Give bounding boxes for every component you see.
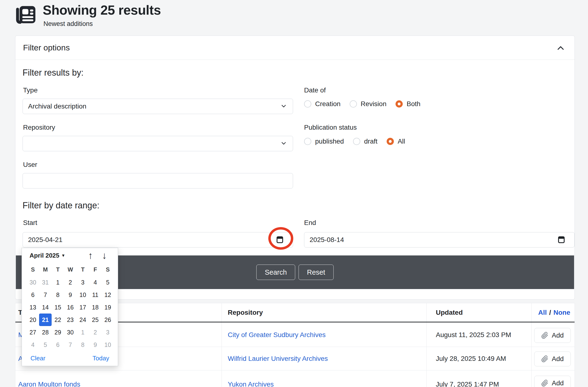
end-date-calendar-icon[interactable] [557, 235, 566, 245]
filter-panel-header[interactable]: Filter options [15, 36, 575, 60]
user-input[interactable] [22, 173, 293, 189]
calendar-day[interactable]: 17 [77, 301, 89, 314]
calendar-day[interactable]: 25 [89, 314, 102, 326]
calendar-day[interactable]: 4 [89, 276, 102, 289]
next-month-arrow-icon[interactable]: ↓ [102, 250, 107, 261]
table-row: Aaron Moulton fonds Yukon Archives July … [15, 370, 575, 387]
calendar-day[interactable]: 4 [27, 339, 39, 351]
calendar-day[interactable]: 22 [52, 314, 64, 326]
calendar-day[interactable]: 7 [39, 289, 52, 301]
calendar-day[interactable]: 19 [102, 301, 114, 314]
row-repository-link[interactable]: Wilfrid Laurier University Archives [228, 355, 328, 363]
calendar-day[interactable]: 27 [27, 326, 39, 339]
calendar-weekday: W [64, 266, 77, 273]
date-picker-popup: April 2025▼ ↑ ↓ SMTWTFS 3031123456789101… [21, 248, 118, 366]
publication-status-label: Publication status [304, 124, 357, 131]
newspaper-icon [14, 3, 37, 26]
calendar-day[interactable]: 5 [39, 339, 52, 351]
calendar-day[interactable]: 20 [27, 314, 39, 326]
radio-both-label: Both [407, 100, 420, 108]
calendar-month-label: April 2025 [29, 252, 59, 259]
calendar-day[interactable]: 12 [102, 289, 114, 301]
previous-month-arrow-icon[interactable]: ↑ [88, 250, 93, 261]
filter-results-heading: Filter results by: [22, 68, 84, 78]
radio-both[interactable]: Both [396, 100, 420, 108]
calendar-day[interactable]: 10 [102, 339, 114, 351]
calendar-day[interactable]: 30 [64, 326, 77, 339]
calendar-day[interactable]: 11 [89, 289, 102, 301]
radio-all[interactable]: All [387, 138, 405, 145]
radio-revision[interactable]: Revision [350, 100, 386, 108]
calendar-day[interactable]: 6 [27, 289, 39, 301]
calendar-day[interactable]: 1 [77, 326, 89, 339]
chevron-up-icon[interactable] [555, 43, 566, 54]
calendar-day[interactable]: 29 [52, 326, 64, 339]
repository-select[interactable] [22, 136, 293, 151]
calendar-day[interactable]: 6 [52, 339, 64, 351]
calendar-day-selected[interactable]: 21 [39, 314, 52, 326]
radio-published-circle[interactable] [304, 138, 311, 145]
calendar-day[interactable]: 15 [52, 301, 64, 314]
chevron-down-icon [280, 102, 288, 111]
filter-panel-title: Filter options [23, 43, 70, 52]
radio-creation-label: Creation [315, 100, 340, 108]
calendar-day[interactable]: 9 [89, 339, 102, 351]
calendar-day[interactable]: 3 [102, 326, 114, 339]
end-date-value: 2025-08-14 [310, 236, 344, 244]
calendar-day[interactable]: 10 [77, 289, 89, 301]
radio-draft[interactable]: draft [353, 138, 378, 145]
start-date-input[interactable]: 2025-04-21 [22, 232, 293, 248]
chevron-down-icon [280, 139, 288, 148]
radio-draft-circle[interactable] [353, 138, 360, 145]
end-date-input[interactable]: 2025-08-14 [304, 232, 575, 248]
calendar-day[interactable]: 23 [64, 314, 77, 326]
calendar-day[interactable]: 5 [102, 276, 114, 289]
calendar-day[interactable]: 8 [77, 339, 89, 351]
calendar-weekday: F [89, 266, 102, 273]
radio-creation[interactable]: Creation [304, 100, 340, 108]
calendar-day[interactable]: 26 [102, 314, 114, 326]
calendar-day[interactable]: 28 [39, 326, 52, 339]
select-none-link[interactable]: None [553, 309, 570, 316]
calendar-day[interactable]: 18 [89, 301, 102, 314]
calendar-day[interactable]: 7 [64, 339, 77, 351]
calendar-day[interactable]: 24 [77, 314, 89, 326]
date-of-radio-group: Creation Revision Both [304, 100, 420, 108]
radio-published[interactable]: published [304, 138, 344, 145]
calendar-day[interactable]: 8 [52, 289, 64, 301]
radio-revision-circle[interactable] [350, 100, 357, 108]
type-select[interactable]: Archival description [22, 99, 293, 114]
paperclip-icon [541, 380, 548, 387]
calendar-day[interactable]: 1 [52, 276, 64, 289]
radio-both-circle-selected[interactable] [396, 100, 403, 108]
calendar-day[interactable]: 3 [77, 276, 89, 289]
radio-creation-circle[interactable] [304, 100, 311, 108]
row-repository-link[interactable]: Yukon Archives [228, 381, 273, 387]
start-date-label: Start [23, 219, 37, 227]
calendar-clear-link[interactable]: Clear [30, 355, 45, 362]
row-repository-link[interactable]: City of Greater Sudbury Archives [228, 331, 326, 339]
select-all-link[interactable]: All [538, 309, 547, 316]
radio-all-circle-selected[interactable] [387, 138, 394, 145]
calendar-day[interactable]: 13 [27, 301, 39, 314]
calendar-day[interactable]: 2 [89, 326, 102, 339]
add-to-clipboard-button[interactable]: Add [534, 376, 571, 387]
calendar-day[interactable]: 16 [64, 301, 77, 314]
row-title-link[interactable]: Aaron Moulton fonds [18, 381, 80, 387]
add-to-clipboard-button[interactable]: Add [534, 351, 571, 366]
calendar-day[interactable]: 31 [39, 276, 52, 289]
calendar-today-link[interactable]: Today [93, 355, 109, 362]
date-range-heading: Filter by date range: [22, 200, 99, 211]
calendar-day[interactable]: 2 [64, 276, 77, 289]
calendar-month-selector[interactable]: April 2025▼ [29, 252, 65, 259]
start-date-calendar-icon[interactable] [275, 235, 284, 245]
paperclip-icon [541, 355, 548, 363]
calendar-day[interactable]: 30 [27, 276, 39, 289]
calendar-day[interactable]: 9 [64, 289, 77, 301]
add-to-clipboard-button[interactable]: Add [534, 328, 571, 343]
reset-button[interactable]: Reset [298, 265, 334, 280]
search-button[interactable]: Search [256, 265, 295, 280]
calendar-weekday: M [39, 266, 52, 273]
select-all-none: All / None [538, 309, 570, 316]
calendar-day[interactable]: 14 [39, 301, 52, 314]
